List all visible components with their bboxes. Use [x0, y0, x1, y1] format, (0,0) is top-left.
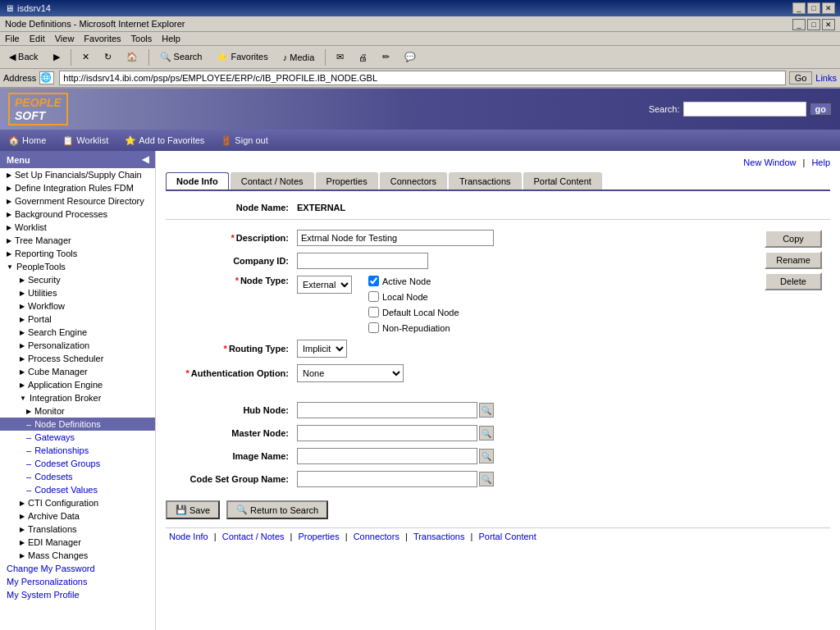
code-set-group-input[interactable] — [297, 471, 477, 487]
tab-properties[interactable]: Properties — [316, 172, 378, 189]
ps-search-input[interactable] — [683, 102, 806, 116]
sidebar-collapse-icon[interactable]: ◀ — [142, 154, 148, 165]
close-button[interactable]: ✕ — [822, 2, 835, 14]
sidebar-item-app-engine[interactable]: ▶ Application Engine — [0, 378, 155, 391]
sidebar-item-bg-processes[interactable]: ▶ Background Processes — [0, 208, 155, 221]
sidebar-item-cti[interactable]: ▶ CTI Configuration — [0, 496, 155, 509]
sidebar-item-codesets[interactable]: – Codesets — [0, 470, 155, 483]
favorites-toolbar-button[interactable]: ⭐ Favorites — [211, 49, 273, 65]
sidebar-item-edi[interactable]: ▶ EDI Manager — [0, 536, 155, 549]
sidebar-item-supply-chain[interactable]: ▶ Set Up Financials/Supply Chain — [0, 168, 155, 181]
edit-toolbar-button[interactable]: ✏ — [377, 49, 395, 65]
bottom-link-transactions[interactable]: Transactions — [413, 532, 465, 541]
code-set-group-search-button[interactable]: 🔍 — [479, 472, 494, 486]
address-input[interactable] — [59, 71, 785, 85]
tab-contact-notes[interactable]: Contact / Notes — [231, 172, 314, 189]
default-local-node-checkbox[interactable] — [368, 307, 379, 317]
sidebar-item-codeset-groups[interactable]: – Codeset Groups — [0, 457, 155, 470]
bottom-link-connectors[interactable]: Connectors — [354, 532, 399, 541]
sidebar-item-relationships[interactable]: – Relationships — [0, 444, 155, 457]
print-button[interactable]: 🖨 — [353, 50, 373, 65]
sidebar-item-integration-broker[interactable]: ▼ Integration Broker — [0, 391, 155, 404]
sidebar-item-mass-changes[interactable]: ▶ Mass Changes — [0, 549, 155, 562]
rename-button[interactable]: Rename — [765, 251, 822, 269]
image-name-search-button[interactable]: 🔍 — [479, 449, 494, 463]
sidebar-item-integration-rules[interactable]: ▶ Define Integration Rules FDM — [0, 181, 155, 194]
sidebar-item-portal[interactable]: ▶ Portal — [0, 313, 155, 326]
menu-view[interactable]: View — [55, 34, 75, 43]
menu-favorites[interactable]: Favorites — [84, 34, 121, 43]
menu-edit[interactable]: Edit — [30, 34, 45, 43]
nav-home[interactable]: 🏠 Home — [8, 135, 46, 146]
sidebar-item-peopletools[interactable]: ▼ PeopleTools — [0, 260, 155, 273]
menu-help[interactable]: Help — [162, 34, 180, 43]
menu-file[interactable]: File — [5, 34, 20, 43]
forward-button[interactable]: ▶ — [48, 49, 66, 65]
copy-button[interactable]: Copy — [765, 230, 822, 248]
nav-sign-out[interactable]: 🚪 Sign out — [221, 135, 267, 146]
sidebar-item-change-password[interactable]: Change My Password — [0, 562, 155, 575]
ie-maximize-button[interactable]: □ — [807, 19, 820, 30]
sidebar-item-workflow[interactable]: ▶ Workflow — [0, 299, 155, 313]
sidebar-item-utilities[interactable]: ▶ Utilities — [0, 286, 155, 299]
tab-connectors[interactable]: Connectors — [380, 172, 447, 189]
sidebar-item-process-scheduler[interactable]: ▶ Process Scheduler — [0, 352, 155, 365]
non-repudiation-checkbox[interactable] — [368, 322, 379, 333]
bottom-link-portal-content[interactable]: Portal Content — [478, 532, 536, 541]
save-button[interactable]: 💾 Save — [166, 500, 220, 519]
home-button[interactable]: 🏠 — [121, 49, 144, 65]
nav-worklist[interactable]: 📋 Worklist — [62, 135, 108, 146]
ps-search-go-button[interactable]: go — [810, 103, 832, 116]
routing-type-select[interactable]: Implicit Explicit — [297, 340, 347, 358]
sidebar-item-cube-manager[interactable]: ▶ Cube Manager — [0, 365, 155, 378]
refresh-button[interactable]: ↻ — [98, 49, 117, 65]
sidebar-item-search-engine[interactable]: ▶ Search Engine — [0, 326, 155, 339]
master-node-input[interactable] — [297, 425, 477, 441]
sidebar-item-codeset-values[interactable]: – Codeset Values — [0, 483, 155, 496]
delete-button[interactable]: Delete — [765, 272, 822, 290]
bottom-link-properties[interactable]: Properties — [299, 532, 340, 541]
hub-node-search-button[interactable]: 🔍 — [479, 403, 494, 418]
sidebar-item-worklist[interactable]: ▶ Worklist — [0, 221, 155, 234]
sidebar-item-tree-manager[interactable]: ▶ Tree Manager — [0, 234, 155, 247]
bottom-link-contact-notes[interactable]: Contact / Notes — [222, 532, 285, 541]
minimize-button[interactable]: _ — [792, 2, 806, 14]
links-label[interactable]: Links — [815, 73, 837, 83]
discuss-button[interactable]: 💬 — [399, 49, 422, 65]
stop-button[interactable]: ✕ — [76, 49, 95, 65]
tab-transactions[interactable]: Transactions — [449, 172, 522, 189]
media-toolbar-button[interactable]: ♪ Media — [277, 50, 321, 65]
ie-close-button[interactable]: ✕ — [822, 19, 835, 30]
sidebar-item-government[interactable]: ▶ Government Resource Directory — [0, 194, 155, 208]
sidebar-item-my-system-profile[interactable]: My System Profile — [0, 588, 155, 601]
sidebar-item-monitor[interactable]: ▶ Monitor — [0, 404, 155, 418]
nav-add-favorites[interactable]: ⭐ Add to Favorites — [125, 135, 204, 146]
ie-minimize-button[interactable]: _ — [792, 19, 806, 30]
description-input[interactable] — [297, 230, 494, 246]
company-id-input[interactable] — [297, 253, 428, 269]
help-link[interactable]: Help — [811, 158, 830, 167]
sidebar-item-node-definitions[interactable]: – Node Definitions — [0, 418, 155, 431]
sidebar-item-security[interactable]: ▶ Security — [0, 273, 155, 286]
bottom-link-node-info[interactable]: Node Info — [169, 532, 208, 541]
title-bar-controls[interactable]: _ □ ✕ — [792, 2, 835, 14]
return-to-search-button[interactable]: 🔍 Return to Search — [226, 500, 328, 519]
maximize-button[interactable]: □ — [807, 2, 820, 14]
master-node-search-button[interactable]: 🔍 — [479, 426, 494, 441]
back-button[interactable]: ◀ Back — [3, 49, 44, 65]
new-window-link[interactable]: New Window — [743, 158, 796, 167]
tab-portal-content[interactable]: Portal Content — [523, 172, 602, 189]
search-toolbar-button[interactable]: 🔍 Search — [154, 49, 208, 65]
auth-option-select[interactable]: None Password Certificate — [297, 364, 404, 382]
active-node-checkbox[interactable] — [368, 276, 379, 286]
sidebar-item-translations[interactable]: ▶ Translations — [0, 523, 155, 536]
menu-tools[interactable]: Tools — [131, 34, 153, 43]
tab-node-info[interactable]: Node Info — [166, 172, 229, 189]
sidebar-item-gateways[interactable]: – Gateways — [0, 431, 155, 444]
node-type-select[interactable]: External Internal — [297, 276, 352, 294]
sidebar-item-my-personalizations[interactable]: My Personalizations — [0, 575, 155, 588]
sidebar-item-archive[interactable]: ▶ Archive Data — [0, 509, 155, 523]
local-node-checkbox[interactable] — [368, 291, 379, 302]
image-name-input[interactable] — [297, 448, 477, 464]
go-button[interactable]: Go — [789, 71, 813, 84]
